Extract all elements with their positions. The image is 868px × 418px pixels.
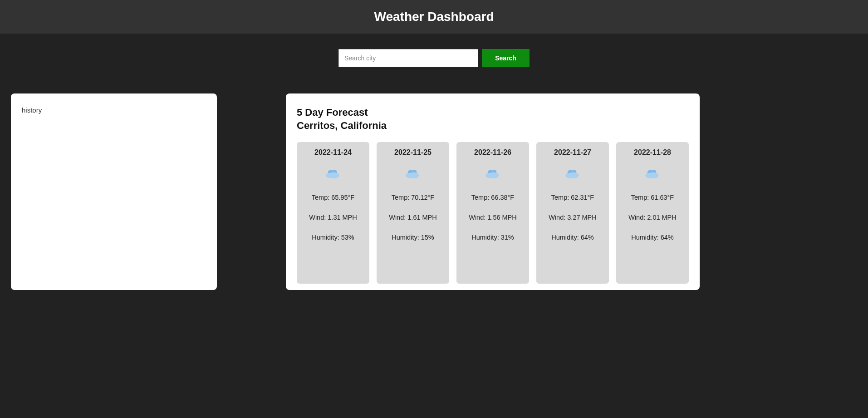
svg-point-11: [485, 173, 493, 178]
svg-point-3: [326, 173, 333, 178]
forecast-humidity: Humidity: 64%: [620, 234, 685, 241]
history-title: history: [22, 106, 206, 114]
forecast-wind: Wind: 1.56 MPH: [460, 214, 525, 221]
main-content: history 5 Day Forecast Cerritos, Califor…: [0, 93, 868, 290]
forecast-humidity: Humidity: 53%: [300, 234, 366, 241]
forecast-temp: Temp: 70.12°F: [380, 194, 446, 201]
search-row: Search: [0, 49, 868, 67]
page-header: Weather Dashboard: [0, 0, 868, 34]
cloud-icon: [380, 167, 446, 181]
forecast-date: 2022-11-24: [300, 148, 366, 157]
forecast-card: 2022-11-27 Temp: 62.31°F Wind: 3.27 MPH …: [536, 142, 609, 284]
page-title: Weather Dashboard: [374, 10, 494, 24]
forecast-temp: Temp: 61.63°F: [620, 194, 685, 201]
forecast-humidity: Humidity: 15%: [380, 234, 446, 241]
forecast-date: 2022-11-27: [540, 148, 605, 157]
forecast-card: 2022-11-25 Temp: 70.12°F Wind: 1.61 MPH …: [377, 142, 449, 284]
svg-point-15: [565, 173, 573, 178]
svg-point-19: [645, 173, 652, 178]
forecast-cards: 2022-11-24 Temp: 65.95°F Wind: 1.31 MPH …: [297, 142, 689, 284]
forecast-heading: 5 Day Forecast: [297, 106, 689, 119]
cloud-icon: [540, 167, 605, 181]
forecast-wind: Wind: 3.27 MPH: [540, 214, 605, 221]
search-input[interactable]: [338, 49, 478, 67]
cloud-icon: [300, 167, 366, 181]
svg-point-7: [406, 173, 413, 178]
forecast-panel: 5 Day Forecast Cerritos, California 2022…: [286, 93, 700, 290]
forecast-humidity: Humidity: 64%: [540, 234, 605, 241]
forecast-temp: Temp: 62.31°F: [540, 194, 605, 201]
forecast-temp: Temp: 65.95°F: [300, 194, 366, 201]
forecast-date: 2022-11-28: [620, 148, 685, 157]
forecast-wind: Wind: 2.01 MPH: [620, 214, 685, 221]
forecast-humidity: Humidity: 31%: [460, 234, 525, 241]
forecast-date: 2022-11-25: [380, 148, 446, 157]
forecast-temp: Temp: 66.38°F: [460, 194, 525, 201]
cloud-icon: [460, 167, 525, 181]
forecast-card: 2022-11-24 Temp: 65.95°F Wind: 1.31 MPH …: [297, 142, 369, 284]
search-button[interactable]: Search: [482, 49, 530, 67]
forecast-wind: Wind: 1.31 MPH: [300, 214, 366, 221]
forecast-card: 2022-11-28 Temp: 61.63°F Wind: 2.01 MPH …: [616, 142, 689, 284]
cloud-icon: [620, 167, 685, 181]
forecast-location: Cerritos, California: [297, 119, 689, 133]
forecast-date: 2022-11-26: [460, 148, 525, 157]
forecast-wind: Wind: 1.61 MPH: [380, 214, 446, 221]
forecast-card: 2022-11-26 Temp: 66.38°F Wind: 1.56 MPH …: [456, 142, 529, 284]
history-panel: history: [11, 93, 217, 290]
